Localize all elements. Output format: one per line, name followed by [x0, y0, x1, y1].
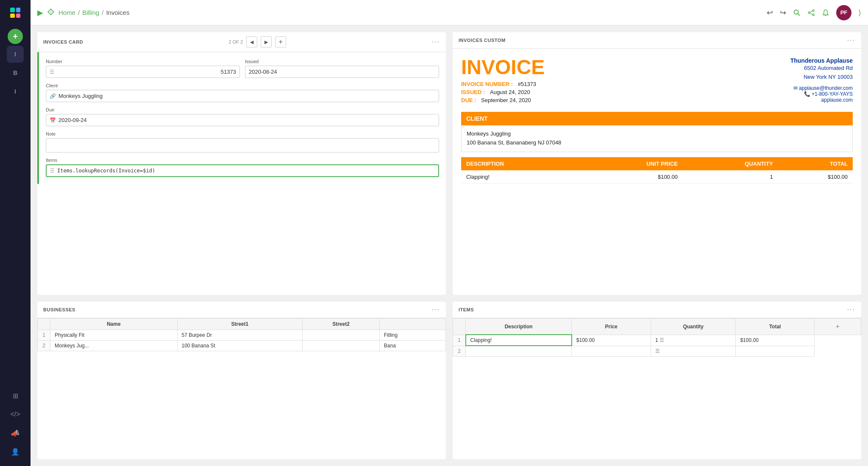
logo-dot-yellow [10, 14, 15, 18]
custom-more-menu[interactable]: ··· [847, 36, 855, 44]
note-field[interactable] [46, 138, 439, 153]
item-total-0: $100.00 [778, 170, 853, 184]
businesses-more-menu[interactable]: ··· [432, 306, 440, 313]
items-thead: Description Price Quantity Total + [453, 318, 861, 335]
topbar: ▶ Home / Billing / Invoices ↩ ↪ [31, 0, 868, 25]
breadcrumb-invoices: Invoices [106, 9, 129, 16]
grid-icon[interactable]: ⊞ [8, 388, 23, 403]
user-avatar[interactable]: PF [836, 5, 851, 20]
biz-extra-0: Fitling [379, 330, 445, 340]
sidebar-nav: + I B I [0, 25, 31, 100]
invoice-left: INVOICE INVOICE NUMBER : #51373 ISSUED :… [461, 57, 545, 105]
notifications-button[interactable] [822, 9, 829, 17]
collapse-button[interactable]: ⟩ [858, 8, 861, 17]
biz-name-0[interactable]: Physically Fit [50, 330, 178, 340]
note-label: Note [46, 131, 439, 136]
invoice-form: Number ☰ 51373 Issued 2020-08-24 [37, 52, 446, 184]
company-website-link[interactable]: applause.com [821, 97, 853, 103]
items-col-add[interactable]: + [814, 318, 861, 335]
client-value: Monkeys Juggling [58, 93, 103, 99]
biz-street2-0[interactable] [303, 330, 380, 340]
nav-arrow[interactable]: ▶ [37, 8, 43, 17]
items-col-empty [453, 318, 466, 335]
biz-street1-1[interactable]: 100 Banana St [177, 340, 303, 351]
client-name: Monkeys Juggling [467, 130, 847, 139]
number-field[interactable]: ☰ 51373 [46, 66, 240, 78]
items-more-menu[interactable]: ··· [847, 306, 855, 313]
company-name: Thunderous Applause [790, 57, 853, 64]
items-col-quantity: Quantity [651, 318, 736, 335]
businesses-table: Name Street1 Street2 1 Physically Fit 57… [37, 318, 446, 351]
company-address: 6502 Automated Rd New York NY 10003 [790, 64, 853, 82]
businesses-tbody: 1 Physically Fit 57 Burpee Dr Fitling 2 … [38, 330, 446, 351]
sidebar-item-i1[interactable]: I [7, 46, 24, 63]
add-button[interactable]: + [8, 29, 23, 44]
col-empty-0 [38, 318, 50, 330]
invoices-card-panel: INVOICES Card 2 OF 2 ◀ ▶ + ··· Number ☰ … [37, 32, 446, 295]
app-logo[interactable] [0, 0, 31, 25]
undo-button[interactable]: ↩ [767, 8, 773, 17]
invoice-due-row: DUE : September 24, 2020 [461, 97, 545, 103]
next-record-button[interactable]: ▶ [261, 36, 272, 47]
svg-point-4 [812, 14, 814, 16]
link-icon: 🔗 [50, 93, 56, 99]
search-button[interactable] [793, 9, 801, 17]
form-group-items: Items ☰ Items.lookupRecords(Invoice=$id) [46, 158, 439, 177]
invoice-items-table: DESCRIPTION UNIT PRICE QUANTITY TOTAL Cl… [461, 157, 853, 184]
form-row-number-issued: Number ☰ 51373 Issued 2020-08-24 [46, 59, 439, 78]
table-row: 1 Clapping! $100.00 1 ☰ $100.00 [453, 335, 861, 346]
item-desc-0[interactable]: Clapping! [466, 335, 572, 346]
module-icon [47, 8, 55, 18]
item-total-1[interactable] [736, 346, 814, 356]
item-desc-1[interactable] [466, 346, 572, 356]
items-table: Description Price Quantity Total + 1 Cla… [453, 318, 861, 357]
businesses-col-name: Name [50, 318, 178, 330]
invoices-custom-title: INVOICES Custom [459, 38, 506, 43]
client-field[interactable]: 🔗 Monkeys Juggling [46, 90, 439, 102]
invoices-card-title: INVOICES Card [43, 39, 83, 44]
invoices-card-header: INVOICES Card 2 OF 2 ◀ ▶ + ··· [37, 32, 446, 52]
biz-street2-1[interactable] [303, 340, 380, 351]
sidebar-item-b1[interactable]: B [7, 64, 24, 81]
svg-point-3 [808, 12, 810, 14]
card-more-menu[interactable]: ··· [432, 38, 440, 46]
due-label: Due [46, 107, 439, 112]
col-unit-price: UNIT PRICE [580, 157, 683, 170]
logo-dot-blue [16, 8, 21, 12]
code-icon[interactable]: </> [8, 407, 23, 422]
main-wrapper: ▶ Home / Billing / Invoices ↩ ↪ [31, 0, 868, 466]
redo-button[interactable]: ↪ [780, 8, 786, 17]
businesses-panel: BUSINESSES ··· Name Street1 Street2 1 [37, 302, 446, 459]
calendar-icon: 📅 [50, 117, 56, 123]
breadcrumb-billing[interactable]: Billing [82, 9, 99, 16]
invoices-custom-header: INVOICES Custom ··· [453, 32, 861, 49]
add-record-button[interactable]: + [275, 36, 286, 47]
svg-line-5 [810, 11, 812, 12]
biz-name-1[interactable]: Monkeys Jug... [50, 340, 178, 351]
items-field[interactable]: ☰ Items.lookupRecords(Invoice=$id) [46, 164, 439, 177]
item-description-0: Clapping! [461, 170, 580, 184]
issued-field[interactable]: 2020-08-24 [245, 66, 439, 78]
issued-value: 2020-08-24 [249, 69, 277, 75]
item-quantity-0: 1 [683, 170, 778, 184]
items-formula: Items.lookupRecords(Invoice=$id) [57, 168, 155, 174]
add-column-button[interactable]: + [834, 321, 841, 332]
svg-line-6 [810, 13, 812, 14]
share-button[interactable] [807, 9, 815, 17]
company-info: Thunderous Applause 6502 Automated Rd Ne… [790, 57, 853, 105]
due-field[interactable]: 📅 2020-09-24 [46, 114, 439, 126]
item-price-0[interactable]: $100.00 [572, 335, 651, 346]
invoice-custom-content: INVOICE INVOICE NUMBER : #51373 ISSUED :… [453, 49, 861, 192]
item-price-1[interactable] [572, 346, 651, 356]
item-total-0[interactable]: $100.00 [736, 335, 814, 346]
breadcrumb-sep2: / [102, 9, 103, 16]
biz-street1-0[interactable]: 57 Burpee Dr [177, 330, 303, 340]
breadcrumb-home[interactable]: Home [58, 9, 75, 16]
megaphone-icon[interactable]: 📣 [8, 425, 23, 441]
prev-record-button[interactable]: ◀ [246, 36, 257, 47]
items-row-num-2: 2 [453, 346, 466, 356]
logo-dot-teal [10, 8, 15, 12]
sidebar-item-i2[interactable]: I [7, 83, 24, 100]
item-qty-0: 1 ☰ [651, 335, 736, 346]
user-icon[interactable]: 👤 [8, 444, 23, 459]
